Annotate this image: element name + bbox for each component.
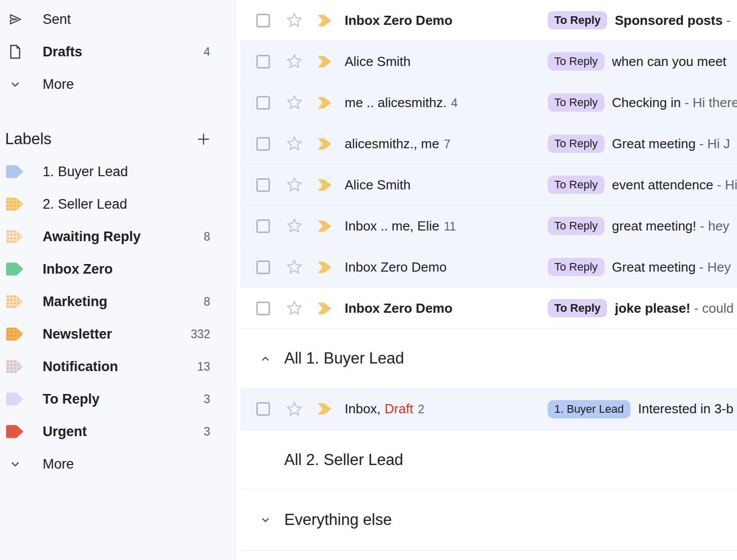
importance-marker-icon[interactable] xyxy=(317,220,332,233)
sidebar-item-count: 4 xyxy=(204,45,210,59)
select-checkbox[interactable] xyxy=(256,260,270,274)
star-icon[interactable] xyxy=(286,217,303,235)
select-checkbox[interactable] xyxy=(256,402,270,416)
label-name: 1. Buyer Lead xyxy=(43,164,128,180)
label-chip[interactable]: To Reply xyxy=(548,135,605,153)
star-icon[interactable] xyxy=(286,176,303,193)
select-checkbox[interactable] xyxy=(256,178,270,192)
sidebar-item-label: Drafts xyxy=(43,44,82,60)
select-checkbox[interactable] xyxy=(256,14,270,27)
importance-marker-icon[interactable] xyxy=(317,403,332,415)
chevron-down-icon[interactable] xyxy=(259,513,272,526)
label-count: 3 xyxy=(204,425,210,439)
importance-marker-icon[interactable] xyxy=(317,14,332,27)
star-icon[interactable] xyxy=(286,258,303,276)
sidebar-item-more[interactable]: More xyxy=(0,68,237,101)
label-chip[interactable]: To Reply xyxy=(548,299,607,317)
subject: Interested in 3-b xyxy=(638,401,737,417)
sidebar-label-awaiting-reply[interactable]: Awaiting Reply 8 xyxy=(0,220,237,253)
subject: event attendence - Hi xyxy=(612,177,737,193)
select-checkbox[interactable] xyxy=(256,302,270,315)
sidebar-label-buyer-lead[interactable]: 1. Buyer Lead xyxy=(0,155,237,188)
label-name: 2. Seller Lead xyxy=(43,196,127,212)
star-icon[interactable] xyxy=(286,53,303,70)
star-icon[interactable] xyxy=(286,135,303,152)
label-tag-icon xyxy=(6,229,23,244)
label-tag-icon xyxy=(6,359,23,374)
label-tag-icon xyxy=(6,424,23,439)
sender: Inbox Zero Demo xyxy=(345,301,548,316)
importance-marker-icon[interactable] xyxy=(317,138,332,150)
sidebar-labels-more[interactable]: More xyxy=(0,448,237,480)
sidebar-item-label: More xyxy=(43,77,74,92)
sender: Inbox Zero Demo xyxy=(345,13,548,28)
label-chip[interactable]: To Reply xyxy=(548,52,605,71)
create-label-button[interactable] xyxy=(196,131,211,147)
label-chip[interactable]: To Reply xyxy=(548,258,605,276)
label-chip[interactable]: To Reply xyxy=(548,176,605,194)
email-row[interactable]: Alice Smith To Reply when can you meet xyxy=(240,41,737,82)
importance-marker-icon[interactable] xyxy=(317,179,332,191)
labels-header: Labels xyxy=(0,123,237,155)
email-row[interactable]: Inbox Zero Demo To Reply joke please! - … xyxy=(240,288,737,329)
label-name: Urgent xyxy=(43,424,87,440)
sidebar-label-marketing[interactable]: Marketing 8 xyxy=(0,285,237,318)
sidebar-item-sent[interactable]: Sent xyxy=(0,3,237,36)
sidebar: Sent Drafts 4 More Labels 1. Buyer L xyxy=(0,0,237,560)
sidebar-label-notification[interactable]: Notification 13 xyxy=(0,350,237,383)
select-checkbox[interactable] xyxy=(256,96,270,110)
star-icon[interactable] xyxy=(286,401,303,418)
email-row[interactable]: Inbox .. me, Elie11 To Reply great meeti… xyxy=(240,206,737,247)
chevron-down-icon xyxy=(7,456,23,472)
label-chip[interactable]: To Reply xyxy=(548,11,607,29)
select-checkbox[interactable] xyxy=(256,219,270,233)
select-checkbox[interactable] xyxy=(256,55,270,69)
label-name: Awaiting Reply xyxy=(43,229,141,245)
label-chip[interactable]: To Reply xyxy=(548,93,605,112)
label-chip[interactable]: 1. Buyer Lead xyxy=(548,400,630,418)
sidebar-item-drafts[interactable]: Drafts 4 xyxy=(0,36,237,68)
email-row[interactable]: Inbox,Draft2 1. Buyer Lead Interested in… xyxy=(240,388,737,431)
section-header-seller-lead[interactable]: All 2. Seller Lead xyxy=(240,431,737,489)
sender: Inbox,Draft2 xyxy=(345,401,548,417)
chevron-down-icon xyxy=(7,76,23,92)
importance-marker-icon[interactable] xyxy=(317,261,332,274)
email-row[interactable]: Inbox Zero Demo To Reply Great meeting -… xyxy=(240,247,737,288)
email-row[interactable]: me .. alicesmithz.4 To Reply Checking in… xyxy=(240,82,737,123)
sender: me .. alicesmithz.4 xyxy=(345,95,548,111)
sidebar-label-to-reply[interactable]: To Reply 3 xyxy=(0,383,237,415)
email-row[interactable]: Inbox Zero Demo To Reply Sponsored posts… xyxy=(240,0,737,41)
section-title: Everything else xyxy=(284,511,392,529)
subject: Great meeting - Hey xyxy=(612,259,737,275)
sidebar-label-urgent[interactable]: Urgent 3 xyxy=(0,415,237,448)
label-count: 8 xyxy=(204,230,210,244)
sidebar-label-seller-lead[interactable]: 2. Seller Lead xyxy=(0,188,237,220)
sidebar-label-inbox-zero[interactable]: Inbox Zero xyxy=(0,253,237,285)
importance-marker-icon[interactable] xyxy=(317,96,332,109)
email-list: Inbox Zero Demo To Reply Sponsored posts… xyxy=(237,0,737,560)
email-row[interactable]: Alice Smith To Reply event attendence - … xyxy=(240,164,737,206)
label-tag-icon xyxy=(6,164,23,179)
star-icon[interactable] xyxy=(286,12,303,29)
sidebar-item-label: More xyxy=(43,456,74,472)
star-icon[interactable] xyxy=(286,300,303,317)
star-icon[interactable] xyxy=(286,94,303,111)
label-name: Newsletter xyxy=(43,326,112,342)
label-chip[interactable]: To Reply xyxy=(548,217,605,235)
section-header-everything-else[interactable]: Everything else xyxy=(240,489,737,551)
section-header-buyer-lead[interactable]: All 1. Buyer Lead xyxy=(240,329,737,388)
chevron-up-icon[interactable] xyxy=(259,352,272,365)
label-tag-icon xyxy=(6,327,23,342)
labels-title: Labels xyxy=(5,130,51,148)
importance-marker-icon[interactable] xyxy=(317,55,332,68)
importance-marker-icon[interactable] xyxy=(317,302,332,315)
select-checkbox[interactable] xyxy=(256,137,270,151)
label-tag-icon xyxy=(6,294,23,309)
sidebar-label-newsletter[interactable]: Newsletter 332 xyxy=(0,318,237,350)
draft-icon xyxy=(7,44,23,60)
email-row[interactable]: alicesmithz., me7 To Reply Great meeting… xyxy=(240,123,737,164)
subject: Sponsored posts - xyxy=(615,13,737,28)
label-count: 8 xyxy=(204,295,210,309)
subject: Great meeting - Hi J xyxy=(612,136,737,152)
sender: alicesmithz., me7 xyxy=(345,136,548,152)
